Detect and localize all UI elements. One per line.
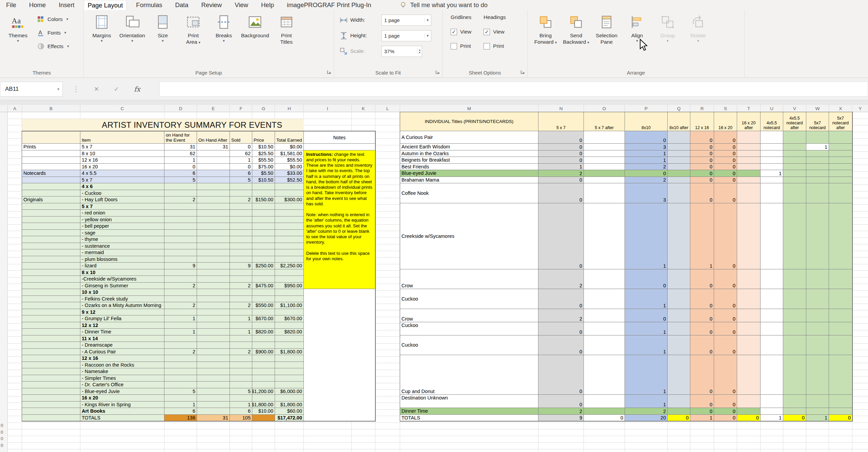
cell-onhand-34[interactable] [164, 368, 197, 375]
right-cell-W-crow[interactable] [806, 269, 829, 289]
left-header-sold[interactable]: Sold [230, 131, 252, 144]
right-row-title-cuckoo[interactable]: Cuckoo [400, 289, 538, 309]
cell-total-32[interactable] [275, 355, 304, 362]
cell-price-30[interactable] [252, 342, 275, 349]
right-cell-Q-blue-eyed-juvie[interactable] [668, 170, 690, 177]
right-cell-V-dinner-time[interactable] [783, 408, 806, 415]
cell-price-21[interactable]: $475.00 [252, 283, 275, 289]
column-header-D[interactable]: D [164, 105, 197, 112]
cell-onhand-25[interactable] [164, 309, 197, 316]
cell-item-11[interactable]: - yellow onion [80, 217, 164, 223]
cell-price-26[interactable]: $670.00 [252, 315, 275, 322]
cell-onhand-15[interactable] [164, 243, 197, 250]
cell-price-19[interactable] [252, 269, 275, 276]
insert-function-icon[interactable]: fx [134, 85, 140, 93]
right-cell-N-cuckoo[interactable]: 0 [538, 289, 584, 309]
cell-price-20[interactable] [252, 276, 275, 283]
right-cell-R-cuckoo[interactable]: 0 [690, 322, 714, 335]
right-cell-O-crow[interactable] [584, 309, 625, 322]
right-cell-T-a-curious-pair[interactable] [737, 131, 761, 144]
left-header-notes[interactable]: Notes [304, 131, 375, 144]
right-cell-O-cuckoo[interactable] [584, 322, 625, 335]
cell-price-34[interactable] [252, 368, 275, 375]
cell-total-16[interactable] [275, 249, 304, 256]
right-cell-S-cup-and-donut[interactable]: 0 [714, 355, 737, 395]
notes-empty-top[interactable] [304, 144, 375, 150]
right-totals-T[interactable]: 0 [737, 415, 761, 422]
column-header-A[interactable]: A [8, 105, 22, 112]
cell-after-32[interactable] [197, 355, 230, 362]
cell-onhand-7[interactable] [164, 190, 197, 197]
cell-b-34[interactable] [22, 368, 80, 375]
cell-price-23[interactable] [252, 296, 275, 303]
cell-price-3[interactable]: $75.00 [252, 164, 275, 170]
cell-after-17[interactable] [197, 256, 230, 263]
cell-item-1[interactable]: 8 x 10 [80, 150, 164, 157]
right-cell-V-cuckoo[interactable] [783, 322, 806, 335]
cell-item-40[interactable]: Art Books [80, 408, 164, 415]
right-cell-R-brahaman-mama[interactable]: 0 [690, 177, 714, 184]
effects-button[interactable]: Effects▾ [37, 42, 69, 50]
right-cell-O-brahaman-mama[interactable] [584, 177, 625, 184]
right-header-5x7-notecard[interactable]: 5x7 notecard [806, 112, 829, 131]
cell-b-22[interactable] [22, 289, 80, 296]
cell-after-40[interactable] [197, 408, 230, 415]
right-cell-R-coffee-nook[interactable]: 0 [690, 183, 714, 203]
cell-item-36[interactable]: - Dr. Carter's Office [80, 382, 164, 388]
right-cell-N-crow[interactable]: 2 [538, 269, 584, 289]
cell-sold-5[interactable]: 5 [230, 177, 252, 184]
right-cell-X-cup-and-donut[interactable] [829, 355, 852, 395]
cell-price-6[interactable] [252, 183, 275, 190]
cell-price-32[interactable] [252, 355, 275, 362]
cell-item-32[interactable]: 12 x 16 [80, 355, 164, 362]
cell-item-34[interactable]: - Namesake [80, 368, 164, 375]
cell-item-13[interactable]: - sage [80, 230, 164, 237]
right-cell-U-cup-and-donut[interactable] [761, 355, 783, 395]
cell-sold-16[interactable] [230, 249, 252, 256]
right-cell-O-blue-eyed-juvie[interactable] [584, 170, 625, 177]
tab-view[interactable]: View [231, 0, 252, 10]
margins-button[interactable]: Margins▾ [86, 13, 117, 43]
cell-onhand-10[interactable] [164, 210, 197, 217]
cell-onhand-36[interactable] [164, 382, 197, 388]
cell-onhand-4[interactable]: 6 [164, 170, 197, 177]
right-header-16-x-20[interactable]: 16 x 20 [714, 112, 737, 131]
right-cell-V-cuckoo[interactable] [783, 335, 806, 355]
right-cell-S-destination-unknown[interactable]: 0 [714, 395, 737, 408]
right-header-5-x-7[interactable]: 5 x 7 [538, 112, 584, 131]
right-cell-V-blue-eyed-juvie[interactable] [783, 170, 806, 177]
cell-item-3[interactable]: 16 x 20 [80, 164, 164, 170]
cell-price-0[interactable]: $10.50 [252, 144, 275, 150]
cell-sold-28[interactable]: 1 [230, 329, 252, 335]
cell-price-25[interactable] [252, 309, 275, 316]
cell-item-41[interactable]: TOTALS [80, 415, 164, 422]
cell-after-23[interactable] [197, 296, 230, 303]
right-header-8x10[interactable]: 8x10 [625, 112, 668, 131]
right-cell-X-autumn-in-the-ozarks[interactable] [829, 150, 852, 157]
right-totals-U[interactable]: 1 [761, 415, 783, 422]
cell-after-7[interactable] [197, 190, 230, 197]
right-cell-T-cuckoo[interactable] [737, 289, 761, 309]
right-cell-V-autumn-in-the-ozarks[interactable] [783, 150, 806, 157]
cell-total-0[interactable]: $0.00 [275, 144, 304, 150]
cell-after-31[interactable] [197, 349, 230, 355]
cell-sold-31[interactable]: 2 [230, 349, 252, 355]
right-cell-W-autumn-in-the-ozarks[interactable] [806, 150, 829, 157]
cell-after-2[interactable] [197, 157, 230, 164]
right-cell-U-a-curious-pair[interactable] [761, 131, 783, 144]
right-row-title-coffee-nook[interactable]: Coffee Nook [400, 183, 538, 203]
right-cell-T-crow[interactable] [737, 309, 761, 322]
right-cell-S-cuckoo[interactable]: 0 [714, 289, 737, 309]
cell-total-30[interactable] [275, 342, 304, 349]
right-cell-U-dinner-time[interactable] [761, 408, 783, 415]
right-cell-S-cuckoo[interactable]: 0 [714, 335, 737, 355]
cell-onhand-32[interactable] [164, 355, 197, 362]
right-cell-P-blue-eyed-juvie[interactable]: 0 [625, 170, 668, 177]
right-cell-P-coffee-nook[interactable]: 3 [625, 183, 668, 203]
right-header-5x7-notecard-after[interactable]: 5x7 notecard after [829, 112, 852, 131]
right-cell-W-cuckoo[interactable] [806, 322, 829, 335]
right-cell-Q-cup-and-donut[interactable] [668, 355, 690, 395]
cell-b-8[interactable]: Originals [22, 197, 80, 203]
cell-after-4[interactable] [197, 170, 230, 177]
right-cell-P-a-curious-pair[interactable]: 0 [625, 131, 668, 144]
